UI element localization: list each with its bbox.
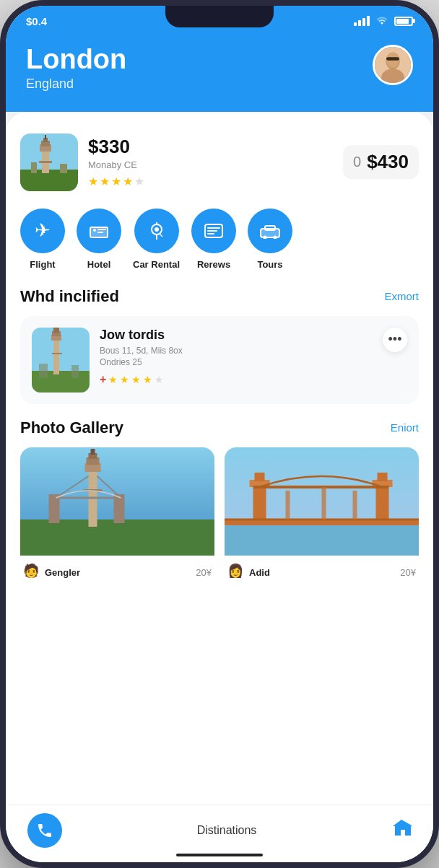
whats-included-title: Whd inclified [20, 287, 119, 306]
status-price: $0.4 [26, 15, 47, 27]
svg-rect-13 [31, 162, 37, 173]
photo-avatar-1: 🧑 [23, 564, 40, 582]
photo-meta-1: 🧑 Gengler 20¥ [20, 558, 214, 583]
svg-rect-42 [71, 365, 79, 378]
category-reviews-label: Rerews [197, 259, 230, 270]
home-indicator [176, 854, 263, 856]
svg-rect-27 [207, 230, 217, 232]
svg-rect-26 [207, 227, 220, 229]
photo-avatar-2: 👩 [227, 564, 245, 582]
included-desc1: Bous 11, 5d, Miis 8ox [100, 346, 373, 356]
photo-grid: 🧑 Gengler 20¥ [20, 447, 419, 583]
photo-gallery-header: Photo Gallery Eniort [20, 418, 419, 437]
svg-line-24 [160, 234, 162, 237]
photo-item-1[interactable]: 🧑 Gengler 20¥ [20, 447, 214, 583]
included-card: Jow tordis Bous 11, 5d, Miis 8ox Ondries… [20, 316, 419, 404]
phone-button[interactable] [27, 813, 62, 848]
svg-rect-59 [253, 483, 266, 523]
svg-rect-41 [39, 364, 48, 378]
photo-username-2: Adid [249, 567, 270, 578]
avatar[interactable] [373, 45, 413, 85]
tours-icon [248, 209, 292, 253]
svg-rect-4 [386, 57, 399, 60]
svg-rect-67 [286, 491, 290, 520]
featured-card: $330 Monaby CE ★ ★ ★ ★ ★ 0 $430 [20, 126, 419, 203]
svg-rect-68 [322, 487, 326, 520]
svg-rect-55 [114, 494, 125, 523]
nav-destinations-label: Distinations [197, 824, 257, 837]
svg-rect-19 [97, 232, 103, 233]
status-icons [354, 14, 413, 27]
price-amount: $430 [367, 151, 409, 173]
phone-screen: $0.4 [6, 6, 433, 862]
main-content: $330 Monaby CE ★ ★ ★ ★ ★ 0 $430 [6, 112, 433, 862]
svg-rect-40 [52, 353, 62, 354]
category-hotel[interactable]: Hotel [77, 209, 121, 270]
photo-username-1: Gengler [45, 567, 80, 578]
svg-rect-62 [376, 483, 389, 523]
notch [165, 6, 274, 27]
reviews-icon [191, 209, 236, 253]
categories: ✈ Flight Hotel [20, 203, 419, 281]
svg-rect-54 [49, 494, 60, 523]
header-title: London England [26, 45, 126, 92]
svg-rect-36 [53, 338, 59, 374]
more-options-button[interactable]: ••• [383, 328, 407, 352]
svg-point-17 [93, 229, 96, 232]
signal-icon [354, 16, 370, 26]
photo-meta-2: 👩 Adid 20¥ [225, 558, 419, 583]
category-flight[interactable]: ✈ Flight [20, 209, 65, 270]
featured-price: $330 [88, 136, 333, 158]
photo-user-1: 🧑 Gengler [23, 564, 80, 582]
category-reviews[interactable]: Rerews [191, 209, 236, 270]
car-rental-icon [134, 209, 179, 253]
category-car-rental-label: Car Rental [133, 259, 180, 270]
svg-rect-28 [207, 233, 214, 234]
svg-rect-7 [42, 148, 49, 173]
whats-included-link[interactable]: Exmort [384, 290, 419, 302]
category-tours[interactable]: Tours [248, 209, 292, 270]
category-flight-label: Flight [30, 259, 55, 270]
svg-rect-64 [378, 473, 388, 481]
photo-count-1: 20¥ [196, 567, 212, 578]
included-rating: + ★ ★ ★ ★ ★ [100, 373, 373, 386]
svg-point-21 [155, 227, 159, 232]
included-desc2: Ondries 25 [100, 357, 373, 367]
included-name: Jow tordis [100, 328, 373, 343]
svg-rect-69 [353, 491, 357, 520]
flight-icon: ✈ [20, 209, 65, 253]
included-info: Jow tordis Bous 11, 5d, Miis 8ox Ondries… [100, 328, 373, 393]
home-button[interactable] [391, 817, 412, 843]
header: London England [6, 33, 433, 112]
photo-item-2[interactable]: 👩 Adid 20¥ [225, 447, 419, 583]
battery-icon [394, 17, 413, 26]
svg-rect-12 [39, 161, 52, 163]
region-name: England [26, 76, 126, 92]
svg-rect-49 [91, 449, 95, 455]
whats-included-header: Whd inclified Exmort [20, 287, 419, 306]
photo-count-2: 20¥ [400, 567, 416, 578]
category-hotel-label: Hotel [87, 259, 111, 270]
wifi-icon [375, 14, 388, 27]
photo-gallery-link[interactable]: Eniort [391, 421, 419, 434]
svg-rect-44 [20, 520, 214, 556]
featured-info: $330 Monaby CE ★ ★ ★ ★ ★ [88, 136, 333, 188]
city-name: London [26, 45, 126, 75]
rating-plus-icon: + [100, 373, 106, 386]
svg-rect-11 [45, 135, 46, 139]
svg-rect-18 [97, 229, 106, 230]
included-thumbnail[interactable] [32, 328, 90, 393]
svg-rect-57 [225, 523, 419, 556]
featured-provider: Monaby CE [88, 159, 333, 170]
price-count: 0 [353, 154, 361, 170]
hotel-icon [77, 209, 121, 253]
svg-rect-39 [53, 328, 59, 333]
svg-rect-61 [255, 473, 265, 481]
svg-rect-14 [60, 164, 67, 173]
price-tag: 0 $430 [343, 145, 419, 179]
category-car-rental[interactable]: Car Rental [133, 209, 180, 270]
featured-thumbnail[interactable] [20, 133, 78, 191]
category-tours-label: Tours [257, 259, 282, 270]
photo-user-2: 👩 Adid [227, 564, 270, 582]
featured-stars: ★ ★ ★ ★ ★ [88, 175, 333, 188]
